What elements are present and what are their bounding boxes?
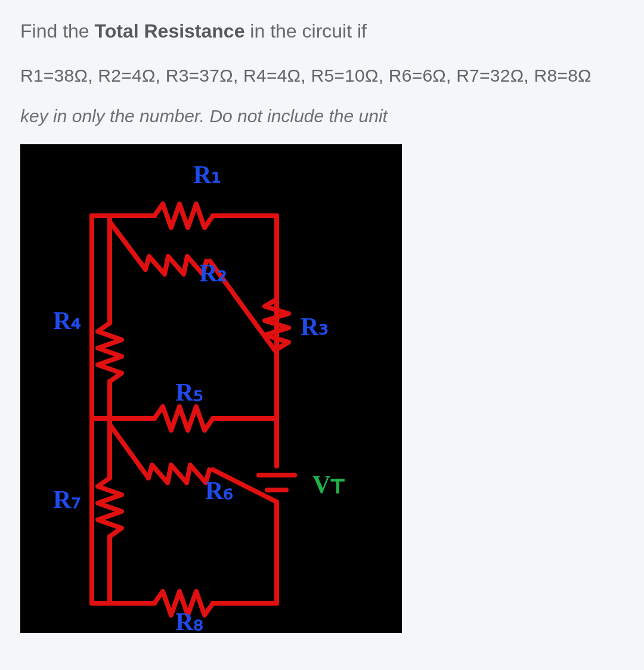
label-r6: R₆	[205, 477, 233, 504]
question-page: Find the Total Resistance in the circuit…	[0, 0, 644, 650]
label-vt: Vᴛ	[312, 471, 345, 498]
prompt-bold: Total Resistance	[95, 20, 245, 42]
question-prompt: Find the Total Resistance in the circuit…	[20, 17, 624, 46]
resistor-values: R1=38Ω, R2=4Ω, R3=37Ω, R4=4Ω, R5=10Ω, R6…	[20, 62, 624, 90]
label-r1: R₁	[193, 161, 221, 188]
label-r2: R₂	[199, 259, 227, 287]
prompt-prefix: Find the	[20, 20, 95, 42]
label-r3: R₃	[301, 313, 329, 340]
prompt-suffix: in the circuit if	[244, 20, 367, 42]
label-r8: R₈	[175, 608, 203, 633]
label-r4: R₄	[53, 307, 81, 334]
answer-hint: key in only the number. Do not include t…	[20, 106, 624, 126]
label-r5: R₅	[175, 379, 203, 406]
circuit-diagram: R₁ R₂ R₃ R₄ R₅ R₆ R₇ R₈ Vᴛ	[20, 144, 402, 633]
circuit-svg: R₁ R₂ R₃ R₄ R₅ R₆ R₇ R₈ Vᴛ	[20, 144, 402, 633]
label-r7: R₇	[53, 486, 81, 513]
